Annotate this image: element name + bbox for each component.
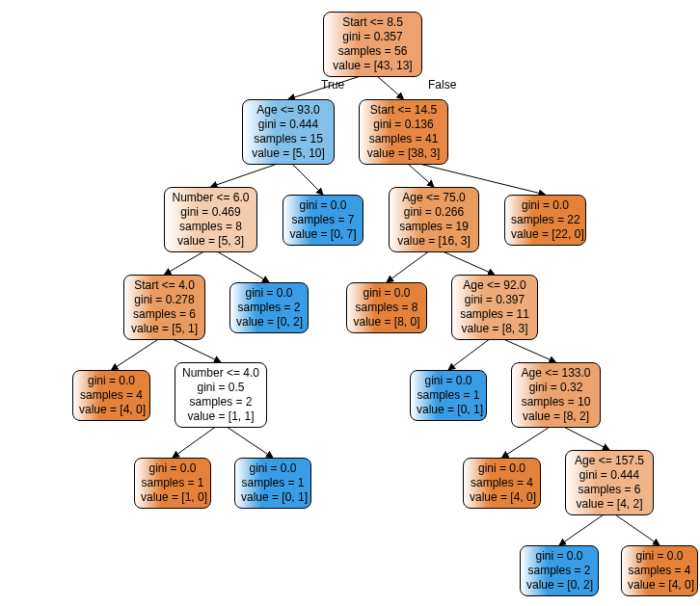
tree-node-line: value = [0, 2] xyxy=(526,578,592,593)
tree-node-line: samples = 4 xyxy=(470,476,534,490)
tree-node-line: value = [0, 7] xyxy=(289,227,357,242)
tree-node-line: Age <= 92.0 xyxy=(458,278,531,293)
svg-line-8 xyxy=(387,248,434,282)
tree-node-line: samples = 10 xyxy=(518,395,594,409)
tree-node-line: value = [22, 0] xyxy=(511,227,579,242)
tree-node-9: gini = 0.0samples = 8value = [8, 0] xyxy=(346,282,427,333)
tree-node-line: Start <= 4.0 xyxy=(130,278,199,293)
tree-node-line: samples = 7 xyxy=(289,213,357,227)
svg-line-10 xyxy=(112,335,165,370)
tree-node-20: gini = 0.0samples = 4value = [4, 0] xyxy=(621,545,698,596)
tree-node-line: samples = 1 xyxy=(417,388,480,403)
tree-node-1: Age <= 93.0gini = 0.444samples = 15value… xyxy=(242,99,335,165)
tree-node-line: gini = 0.136 xyxy=(365,118,442,132)
tree-node-line: gini = 0.0 xyxy=(141,461,204,476)
tree-node-line: value = [1, 0] xyxy=(141,490,204,505)
edge-label-true: True xyxy=(321,78,344,92)
tree-node-line: Age <= 75.0 xyxy=(395,191,472,205)
tree-node-line: samples = 22 xyxy=(511,213,579,227)
tree-node-line: value = [1, 1] xyxy=(181,409,260,424)
tree-node-line: samples = 4 xyxy=(79,388,144,403)
tree-node-line: samples = 41 xyxy=(365,132,442,146)
tree-node-3: Number <= 6.0gini = 0.469samples = 8valu… xyxy=(164,187,257,252)
tree-node-line: samples = 6 xyxy=(130,307,199,322)
tree-node-line: gini = 0.444 xyxy=(249,118,328,132)
tree-node-line: samples = 6 xyxy=(572,483,647,497)
tree-node-line: gini = 0.0 xyxy=(241,461,305,476)
svg-line-15 xyxy=(221,423,273,458)
tree-node-13: gini = 0.0samples = 1value = [0, 1] xyxy=(410,370,487,421)
tree-node-17: gini = 0.0samples = 4value = [4, 0] xyxy=(463,458,541,509)
tree-node-line: value = [4, 0] xyxy=(470,490,534,505)
svg-line-18 xyxy=(559,511,609,545)
tree-node-line: value = [4, 2] xyxy=(572,497,647,512)
tree-node-5: Age <= 75.0gini = 0.266samples = 19value… xyxy=(389,187,479,252)
tree-node-line: value = [0, 2] xyxy=(236,315,302,329)
tree-node-line: gini = 0.0 xyxy=(511,198,579,213)
svg-line-19 xyxy=(609,511,660,545)
tree-node-line: value = [43, 13] xyxy=(330,59,416,73)
tree-node-line: samples = 11 xyxy=(458,307,531,322)
tree-node-line: gini = 0.266 xyxy=(395,205,472,220)
tree-node-line: gini = 0.32 xyxy=(518,381,594,395)
svg-line-14 xyxy=(173,423,221,458)
tree-node-2: Start <= 14.5gini = 0.136samples = 41val… xyxy=(359,99,448,165)
tree-node-line: Number <= 4.0 xyxy=(181,366,260,381)
svg-line-12 xyxy=(448,335,495,370)
svg-line-7 xyxy=(211,248,270,282)
tree-node-line: value = [5, 3] xyxy=(171,234,251,249)
tree-node-line: value = [8, 3] xyxy=(458,322,531,336)
tree-node-7: Start <= 4.0gini = 0.278samples = 6value… xyxy=(123,275,205,340)
tree-node-line: value = [0, 1] xyxy=(417,403,480,417)
svg-line-3 xyxy=(288,160,323,195)
tree-node-line: gini = 0.278 xyxy=(130,293,199,307)
tree-node-12: Number <= 4.0gini = 0.5samples = 2value … xyxy=(175,362,267,428)
tree-node-line: gini = 0.444 xyxy=(572,468,647,483)
tree-node-18: Age <= 157.5gini = 0.444samples = 6value… xyxy=(565,450,654,515)
tree-node-line: Start <= 8.5 xyxy=(330,15,416,30)
tree-node-line: value = [8, 0] xyxy=(353,315,420,329)
tree-node-line: gini = 0.5 xyxy=(181,381,260,395)
tree-node-line: samples = 56 xyxy=(330,44,416,59)
tree-node-line: samples = 2 xyxy=(526,564,592,578)
tree-node-line: samples = 2 xyxy=(181,395,260,409)
tree-node-line: value = [8, 2] xyxy=(518,409,594,424)
tree-node-line: value = [5, 10] xyxy=(249,146,328,161)
tree-node-line: gini = 0.0 xyxy=(353,286,420,301)
tree-node-line: Number <= 6.0 xyxy=(171,191,251,205)
tree-node-11: gini = 0.0samples = 4value = [4, 0] xyxy=(72,370,150,421)
tree-node-19: gini = 0.0samples = 2value = [0, 2] xyxy=(520,545,599,596)
tree-node-line: samples = 8 xyxy=(353,301,420,315)
tree-node-line: gini = 0.0 xyxy=(236,286,302,301)
tree-node-line: value = [4, 0] xyxy=(79,403,144,417)
tree-node-line: gini = 0.0 xyxy=(470,461,534,476)
tree-node-15: gini = 0.0samples = 1value = [1, 0] xyxy=(134,458,211,509)
tree-node-line: gini = 0.0 xyxy=(79,374,144,388)
tree-node-line: gini = 0.357 xyxy=(330,30,416,44)
svg-line-16 xyxy=(502,423,556,458)
tree-node-line: samples = 19 xyxy=(395,220,472,234)
tree-node-16: gini = 0.0samples = 1value = [0, 1] xyxy=(234,458,311,509)
tree-node-line: value = [0, 1] xyxy=(241,490,305,505)
tree-node-14: Age <= 133.0gini = 0.32samples = 10value… xyxy=(511,362,601,428)
tree-node-line: gini = 0.397 xyxy=(458,293,531,307)
tree-node-line: value = [5, 1] xyxy=(130,322,199,336)
tree-node-0: Start <= 8.5gini = 0.357samples = 56valu… xyxy=(323,12,422,77)
tree-node-line: value = [38, 3] xyxy=(365,146,442,161)
tree-node-line: gini = 0.0 xyxy=(289,198,357,213)
tree-node-line: Start <= 14.5 xyxy=(365,103,442,118)
tree-node-line: gini = 0.0 xyxy=(417,374,480,388)
tree-node-line: samples = 1 xyxy=(241,476,305,490)
tree-node-line: value = [16, 3] xyxy=(395,234,472,249)
tree-node-line: samples = 2 xyxy=(236,301,302,315)
tree-node-10: Age <= 92.0gini = 0.397samples = 11value… xyxy=(451,275,538,340)
tree-node-line: value = [4, 0] xyxy=(628,578,691,593)
tree-node-line: samples = 4 xyxy=(628,564,691,578)
tree-node-line: samples = 8 xyxy=(171,220,251,234)
tree-node-line: samples = 15 xyxy=(249,132,328,146)
tree-node-line: gini = 0.0 xyxy=(628,549,691,564)
tree-node-4: gini = 0.0samples = 7value = [0, 7] xyxy=(283,195,363,246)
tree-node-line: gini = 0.0 xyxy=(526,549,592,564)
tree-node-8: gini = 0.0samples = 2value = [0, 2] xyxy=(229,282,309,333)
tree-node-6: gini = 0.0samples = 22value = [22, 0] xyxy=(504,195,586,246)
